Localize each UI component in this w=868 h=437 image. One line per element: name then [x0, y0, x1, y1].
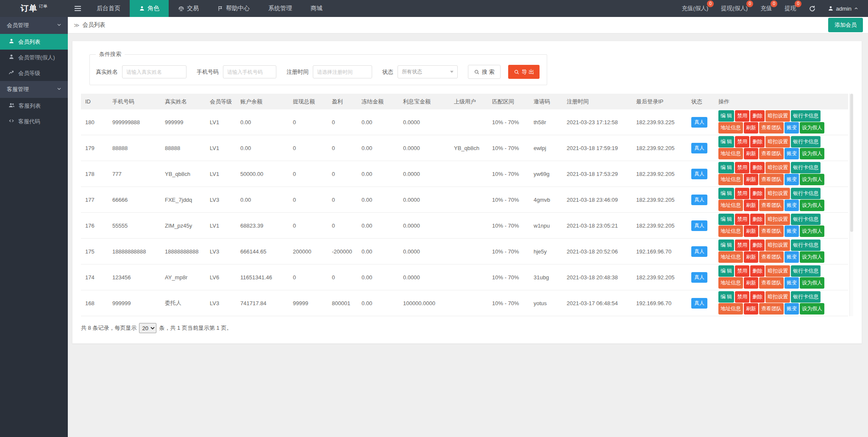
hidden-deduction-settings-button[interactable]: 暗扣设置 — [765, 188, 790, 199]
status-badge[interactable]: 真人 — [691, 298, 707, 309]
view-team-button[interactable]: 查看团队 — [759, 277, 784, 289]
regtime-input[interactable] — [313, 65, 372, 78]
sidebar-item[interactable]: 客服列表 — [0, 98, 68, 114]
set-as-bot-button[interactable]: 设为假人 — [800, 251, 824, 263]
edit-button[interactable]: 编 辑 — [718, 265, 734, 277]
delete-button[interactable]: 删除 — [750, 239, 765, 251]
delete-button[interactable]: 删除 — [750, 136, 765, 148]
nav-item-1[interactable]: 后台首页 — [87, 0, 130, 17]
sidebar-section-1[interactable]: 会员管理 — [0, 17, 68, 34]
user-menu[interactable]: admin — [828, 6, 859, 12]
refresh-row-button[interactable]: 刷新 — [744, 148, 758, 159]
address-info-button[interactable]: 地址信息 — [718, 225, 743, 237]
edit-button[interactable]: 编 辑 — [718, 239, 734, 251]
nav-item-5[interactable]: 系统管理 — [259, 0, 301, 17]
address-info-button[interactable]: 地址信息 — [718, 251, 743, 263]
refresh-row-button[interactable]: 刷新 — [744, 277, 758, 289]
status-badge[interactable]: 真人 — [691, 220, 707, 231]
account-change-button[interactable]: 账变 — [785, 122, 799, 134]
hidden-deduction-settings-button[interactable]: 暗扣设置 — [765, 110, 790, 122]
bank-card-info-button[interactable]: 银行卡信息 — [791, 188, 821, 199]
set-as-bot-button[interactable]: 设为假人 — [800, 277, 824, 289]
account-change-button[interactable]: 账变 — [785, 174, 799, 185]
hidden-deduction-settings-button[interactable]: 暗扣设置 — [765, 291, 790, 303]
disable-button[interactable]: 禁用 — [735, 265, 749, 277]
address-info-button[interactable]: 地址信息 — [718, 122, 743, 134]
navbar-action-1[interactable]: 充值(假人)0 — [682, 5, 708, 12]
refresh-row-button[interactable]: 刷新 — [744, 251, 758, 263]
address-info-button[interactable]: 地址信息 — [718, 174, 743, 185]
navbar-action-2[interactable]: 提现(假人)0 — [721, 5, 748, 12]
view-team-button[interactable]: 查看团队 — [759, 225, 784, 237]
view-team-button[interactable]: 查看团队 — [759, 174, 784, 185]
bank-card-info-button[interactable]: 银行卡信息 — [791, 162, 821, 173]
nav-item-2[interactable]: 角色 — [130, 0, 169, 17]
set-as-bot-button[interactable]: 设为假人 — [800, 200, 824, 211]
delete-button[interactable]: 删除 — [750, 162, 765, 173]
refresh-row-button[interactable]: 刷新 — [744, 303, 758, 315]
navbar-action-4[interactable]: 提现0 — [785, 5, 796, 12]
hidden-deduction-settings-button[interactable]: 暗扣设置 — [765, 136, 790, 148]
hidden-deduction-settings-button[interactable]: 暗扣设置 — [765, 214, 790, 225]
delete-button[interactable]: 删除 — [750, 265, 765, 277]
edit-button[interactable]: 编 辑 — [718, 136, 734, 148]
disable-button[interactable]: 禁用 — [735, 162, 749, 173]
bank-card-info-button[interactable]: 银行卡信息 — [791, 291, 821, 303]
edit-button[interactable]: 编 辑 — [718, 110, 734, 122]
delete-button[interactable]: 删除 — [750, 214, 765, 225]
edit-button[interactable]: 编 辑 — [718, 188, 734, 199]
address-info-button[interactable]: 地址信息 — [718, 303, 743, 315]
disable-button[interactable]: 禁用 — [735, 291, 749, 303]
disable-button[interactable]: 禁用 — [735, 239, 749, 251]
refresh-row-button[interactable]: 刷新 — [744, 200, 758, 211]
bank-card-info-button[interactable]: 银行卡信息 — [791, 136, 821, 148]
set-as-bot-button[interactable]: 设为假人 — [800, 148, 824, 159]
status-badge[interactable]: 真人 — [691, 272, 707, 283]
status-badge[interactable]: 真人 — [691, 246, 707, 257]
nav-item-6[interactable]: 商城 — [301, 0, 332, 17]
account-change-button[interactable]: 账变 — [785, 251, 799, 263]
add-member-button[interactable]: 添加会员 — [828, 18, 863, 32]
account-change-button[interactable]: 账变 — [785, 225, 799, 237]
delete-button[interactable]: 删除 — [750, 110, 765, 122]
status-select[interactable]: 所有状态 — [398, 65, 458, 78]
sidebar-item[interactable]: 会员等级 — [0, 65, 68, 81]
page-size-select[interactable]: 20 — [139, 323, 156, 333]
bank-card-info-button[interactable]: 银行卡信息 — [791, 110, 821, 122]
account-change-button[interactable]: 账变 — [785, 200, 799, 211]
address-info-button[interactable]: 地址信息 — [718, 148, 743, 159]
bank-card-info-button[interactable]: 银行卡信息 — [791, 214, 821, 225]
edit-button[interactable]: 编 辑 — [718, 162, 734, 173]
view-team-button[interactable]: 查看团队 — [759, 303, 784, 315]
status-badge[interactable]: 真人 — [691, 195, 707, 205]
nav-item-4[interactable]: 帮助中心 — [208, 0, 259, 17]
address-info-button[interactable]: 地址信息 — [718, 277, 743, 289]
search-button[interactable]: 搜 索 — [468, 65, 501, 79]
status-badge[interactable]: 真人 — [691, 169, 707, 179]
view-team-button[interactable]: 查看团队 — [759, 251, 784, 263]
bank-card-info-button[interactable]: 银行卡信息 — [791, 265, 821, 277]
disable-button[interactable]: 禁用 — [735, 188, 749, 199]
view-team-button[interactable]: 查看团队 — [759, 200, 784, 211]
edit-button[interactable]: 编 辑 — [718, 291, 734, 303]
realname-input[interactable] — [122, 65, 186, 78]
sidebar-section-2[interactable]: 客服管理 — [0, 81, 68, 98]
view-team-button[interactable]: 查看团队 — [759, 122, 784, 134]
refresh-row-button[interactable]: 刷新 — [744, 225, 758, 237]
sidebar-item[interactable]: 会员管理(假人) — [0, 50, 68, 65]
delete-button[interactable]: 删除 — [750, 291, 765, 303]
address-info-button[interactable]: 地址信息 — [718, 200, 743, 211]
table-scrollbar[interactable] — [849, 94, 853, 316]
disable-button[interactable]: 禁用 — [735, 110, 749, 122]
account-change-button[interactable]: 账变 — [785, 303, 799, 315]
hidden-deduction-settings-button[interactable]: 暗扣设置 — [765, 239, 790, 251]
set-as-bot-button[interactable]: 设为假人 — [800, 303, 824, 315]
disable-button[interactable]: 禁用 — [735, 136, 749, 148]
hidden-deduction-settings-button[interactable]: 暗扣设置 — [765, 162, 790, 173]
account-change-button[interactable]: 账变 — [785, 277, 799, 289]
export-button[interactable]: 导 出 — [508, 65, 540, 79]
nav-item-3[interactable]: 交易 — [169, 0, 208, 17]
refresh-row-button[interactable]: 刷新 — [744, 174, 758, 185]
hidden-deduction-settings-button[interactable]: 暗扣设置 — [765, 265, 790, 277]
phone-input[interactable] — [223, 65, 276, 78]
